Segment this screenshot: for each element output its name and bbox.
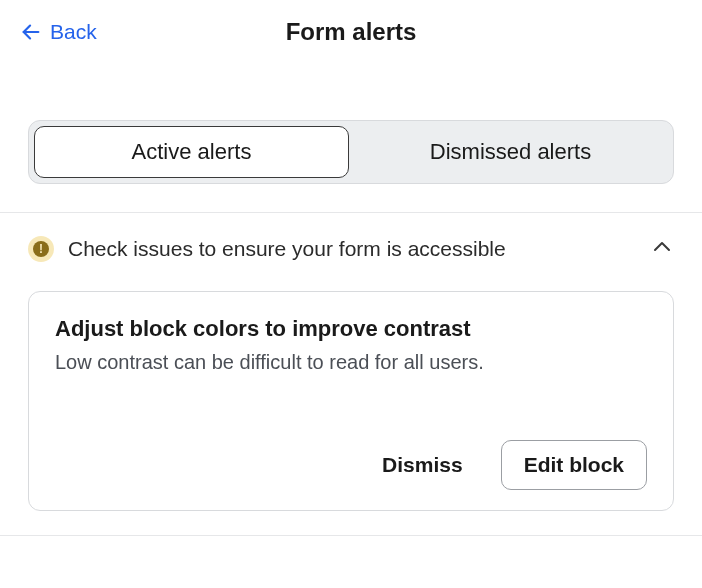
alerts-list: Adjust block colors to improve contrast … [0,285,702,535]
header: Back Form alerts [0,0,702,64]
arrow-left-icon [20,21,42,43]
dismiss-button[interactable]: Dismiss [376,443,469,487]
back-button[interactable]: Back [20,20,97,44]
alert-title: Adjust block colors to improve contrast [55,316,647,342]
section-title: Check issues to ensure your form is acce… [68,237,636,261]
tab-dismissed-alerts[interactable]: Dismissed alerts [353,126,668,178]
edit-block-button[interactable]: Edit block [501,440,647,490]
back-label: Back [50,20,97,44]
section-header[interactable]: ! Check issues to ensure your form is ac… [0,213,702,285]
alert-icon: ! [28,236,54,262]
alert-card: Adjust block colors to improve contrast … [28,291,674,511]
alert-description: Low contrast can be difficult to read fo… [55,348,647,376]
tabs-container: Active alerts Dismissed alerts [0,64,702,212]
tab-active-alerts[interactable]: Active alerts [34,126,349,178]
alert-actions: Dismiss Edit block [55,440,647,490]
chevron-up-icon [650,235,674,263]
divider [0,535,702,536]
tabs: Active alerts Dismissed alerts [28,120,674,184]
page-title: Form alerts [286,18,417,46]
